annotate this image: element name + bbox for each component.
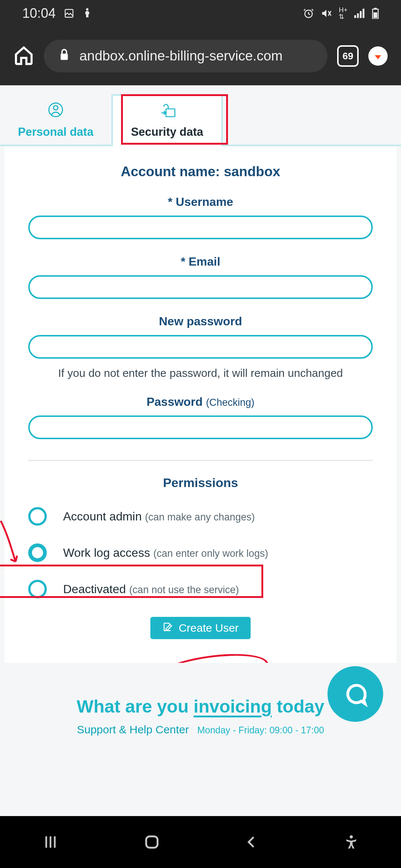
form-card: Account name: sandbox * Username * Email… bbox=[4, 146, 397, 663]
permission-admin-label: Account admin (can make any changes) bbox=[63, 510, 255, 523]
email-input[interactable] bbox=[28, 275, 373, 299]
status-time: 10:04 bbox=[22, 6, 56, 21]
radio-admin[interactable] bbox=[28, 507, 47, 526]
url-text: andbox.online-billing-service.com bbox=[79, 48, 283, 64]
permission-deact-sub: (can not use the service) bbox=[129, 584, 239, 595]
image-icon bbox=[64, 8, 74, 19]
passcheck-input[interactable] bbox=[28, 415, 373, 439]
promo-prefix: What are you bbox=[77, 697, 194, 716]
permission-worklog-text: Work log access bbox=[63, 546, 153, 559]
network-type-icon: H+⇅ bbox=[339, 7, 348, 20]
svg-point-1 bbox=[86, 8, 88, 10]
signal-icon bbox=[354, 9, 365, 18]
permissions-title: Permissions bbox=[28, 476, 373, 490]
unlock-icon bbox=[158, 103, 176, 121]
support-hours: Monday - Friday: 09:00 - 17:00 bbox=[197, 725, 324, 735]
permission-deact-text: Deactivated bbox=[63, 582, 129, 596]
status-right: H+⇅ bbox=[303, 7, 379, 20]
support-line: Support & Help Center Monday - Friday: 0… bbox=[0, 723, 401, 736]
permission-admin-row[interactable]: Account admin (can make any changes) bbox=[28, 505, 373, 528]
svg-rect-19 bbox=[146, 836, 157, 848]
passcheck-label-text: Password bbox=[147, 395, 206, 408]
svg-rect-11 bbox=[374, 13, 377, 18]
tab-security-label: Security data bbox=[131, 125, 203, 139]
svg-rect-15 bbox=[166, 109, 175, 117]
passcheck-label: Password (Checking) bbox=[28, 395, 373, 409]
create-user-button[interactable]: Create User bbox=[150, 617, 251, 639]
mute-icon bbox=[321, 8, 332, 19]
tabs-button[interactable]: 69 bbox=[337, 45, 359, 67]
browser-toolbar: andbox.online-billing-service.com 69 bbox=[0, 27, 401, 85]
radio-worklog[interactable] bbox=[28, 543, 47, 562]
radio-deactivated[interactable] bbox=[28, 580, 47, 598]
permission-deact-label: Deactivated (can not use the service) bbox=[63, 582, 239, 596]
svg-rect-7 bbox=[360, 11, 362, 18]
permission-admin-sub: (can make any changes) bbox=[145, 512, 255, 523]
user-icon bbox=[48, 102, 64, 121]
figure-icon bbox=[82, 8, 92, 19]
footer-area: What are you invoicing today Support & H… bbox=[0, 663, 401, 736]
tabs-count-value: 69 bbox=[343, 50, 353, 62]
status-left: 10:04 bbox=[22, 6, 92, 21]
alarm-icon bbox=[303, 8, 314, 19]
url-bar[interactable]: andbox.online-billing-service.com bbox=[44, 40, 327, 72]
permission-worklog-row[interactable]: Work log access (can enter only work log… bbox=[28, 541, 373, 564]
permission-worklog-sub: (can enter only work logs) bbox=[153, 548, 268, 559]
support-label[interactable]: Support & Help Center bbox=[77, 723, 189, 736]
browser-profile-button[interactable] bbox=[368, 46, 388, 66]
nav-recents-button[interactable] bbox=[42, 834, 59, 851]
arrow-to-worklog bbox=[0, 517, 30, 569]
email-label: * Email bbox=[28, 255, 373, 269]
android-nav-bar bbox=[0, 816, 401, 868]
tab-personal-label: Personal data bbox=[18, 125, 93, 139]
nav-accessibility-button[interactable] bbox=[343, 834, 359, 850]
page-content: Personal data Security data Account name… bbox=[0, 85, 401, 816]
lock-icon bbox=[59, 48, 70, 64]
svg-rect-5 bbox=[354, 15, 356, 18]
edit-icon bbox=[162, 621, 173, 635]
passcheck-suffix: (Checking) bbox=[206, 397, 255, 408]
nav-home-button[interactable] bbox=[143, 834, 160, 851]
permission-admin-text: Account admin bbox=[63, 510, 145, 523]
svg-point-20 bbox=[349, 835, 353, 839]
tab-security-data[interactable]: Security data bbox=[111, 94, 223, 146]
divider bbox=[28, 460, 373, 461]
create-user-label: Create User bbox=[179, 622, 239, 634]
browser-home-button[interactable] bbox=[13, 45, 34, 67]
permission-worklog-label: Work log access (can enter only work log… bbox=[63, 546, 268, 560]
svg-rect-6 bbox=[357, 13, 359, 18]
svg-rect-12 bbox=[61, 53, 68, 60]
tab-personal-data[interactable]: Personal data bbox=[0, 94, 111, 146]
newpass-hint: If you do not enter the password, it wil… bbox=[28, 367, 373, 379]
tab-strip: Personal data Security data bbox=[0, 85, 401, 146]
svg-rect-8 bbox=[363, 9, 365, 18]
chat-bubble-button[interactable] bbox=[327, 666, 383, 722]
promo-underline: invoicing bbox=[193, 697, 272, 716]
svg-point-14 bbox=[53, 106, 58, 110]
permission-deactivated-row[interactable]: Deactivated (can not use the service) bbox=[28, 578, 373, 601]
nav-back-button[interactable] bbox=[244, 835, 259, 849]
android-status-bar: 10:04 H+⇅ bbox=[0, 0, 401, 27]
battery-icon bbox=[372, 8, 379, 19]
promo-suffix: today bbox=[272, 697, 324, 716]
account-name: Account name: sandbox bbox=[28, 164, 373, 180]
newpass-label: New password bbox=[28, 315, 373, 328]
newpass-input[interactable] bbox=[28, 335, 373, 359]
username-label: * Username bbox=[28, 195, 373, 209]
username-input[interactable] bbox=[28, 216, 373, 239]
